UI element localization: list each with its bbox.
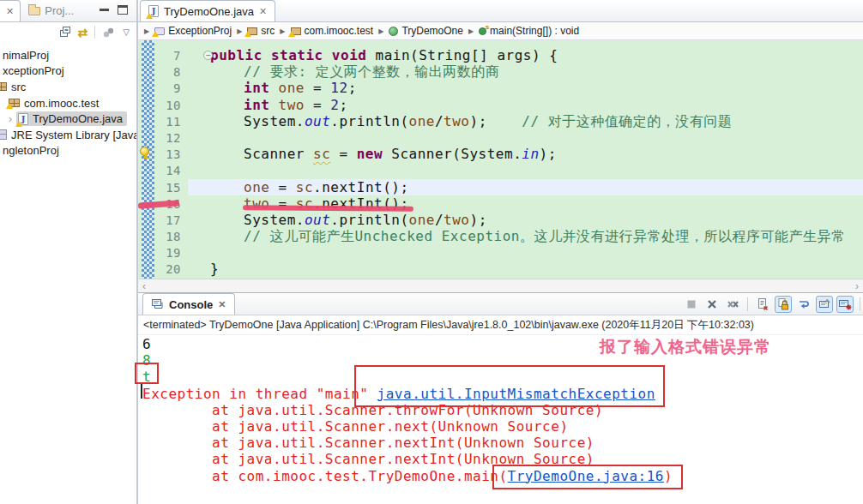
clear-console-icon[interactable] bbox=[754, 296, 771, 313]
breadcrumb-item-com-imooc-test[interactable]: com.imooc.test bbox=[291, 25, 374, 37]
code-text: int two = 2; bbox=[186, 97, 348, 113]
tree-item-label: com.imooc.test bbox=[24, 97, 99, 110]
close-icon[interactable]: ✕ bbox=[259, 7, 267, 16]
eclipse-window: ✕ Proj... ⇄ ▽ nimalProjxceptionProjsrcco… bbox=[0, 0, 863, 504]
tree-item-label: xceptionProj bbox=[3, 64, 64, 77]
line-number[interactable]: 11 bbox=[155, 114, 186, 130]
pin-console-icon[interactable] bbox=[816, 296, 833, 313]
console-line-0: 6 bbox=[142, 336, 863, 352]
console-output[interactable]: 68tException in thread "main" java.util.… bbox=[138, 336, 863, 504]
tree-item-nimalproj[interactable]: nimalProj bbox=[0, 47, 136, 63]
remove-all-terminated-icon[interactable] bbox=[724, 296, 741, 313]
line-number[interactable]: 12 bbox=[155, 130, 186, 147]
code-line-8[interactable]: 8// 要求: 定义两个整数，输出两数的商 bbox=[155, 63, 863, 80]
tree-item-inner: nimalProj bbox=[1, 48, 53, 63]
method-icon bbox=[479, 27, 486, 35]
quickfix-lightbulb-icon[interactable] bbox=[140, 147, 149, 156]
console-tabbar: Console ✕ bbox=[138, 293, 863, 315]
console-icon bbox=[151, 298, 164, 310]
console-line-8: at com.imooc.test.TryDemoOne.main(TryDem… bbox=[142, 468, 863, 484]
show-console-on-output-icon[interactable] bbox=[836, 296, 854, 313]
line-number[interactable]: 9 bbox=[155, 81, 186, 97]
word-wrap-icon[interactable] bbox=[795, 296, 812, 313]
stacktrace-link[interactable]: TryDemoOne.java:16 bbox=[508, 468, 664, 484]
line-number[interactable]: 16 bbox=[155, 196, 186, 213]
package-icon bbox=[9, 99, 20, 107]
line-number[interactable]: 13 bbox=[155, 147, 186, 163]
scroll-right-icon[interactable]: › bbox=[855, 280, 859, 292]
collapse-all-icon[interactable] bbox=[58, 26, 71, 39]
console-line-4: at java.util.Scanner.throwFor(Unknown So… bbox=[142, 402, 863, 418]
scroll-lock-icon[interactable] bbox=[775, 296, 792, 313]
tree-item-ngletonproj[interactable]: ngletonProj bbox=[0, 143, 136, 159]
code-line-20[interactable]: 20} bbox=[155, 261, 863, 277]
link-with-editor-icon[interactable]: ⇄ bbox=[78, 26, 88, 39]
console-tab[interactable]: Console ✕ bbox=[142, 293, 235, 315]
code-line-17[interactable]: 17System.out.println(one/two); bbox=[155, 212, 863, 228]
line-number[interactable]: 17 bbox=[155, 213, 186, 229]
editor-horizontal-scrollbar[interactable]: ‹ › bbox=[138, 279, 863, 292]
code-text: Scanner sc = new Scanner(System.in); bbox=[186, 146, 557, 162]
editor-tab-trydemoone[interactable]: J TryDemoOne.java ✕ bbox=[140, 0, 275, 21]
code-line-15[interactable]: 15one = sc.nextInt(); bbox=[155, 179, 863, 195]
line-number[interactable]: 8 bbox=[155, 64, 186, 81]
code-line-12[interactable]: 12 bbox=[155, 129, 863, 146]
package-explorer-tab[interactable]: ✕ bbox=[0, 0, 21, 21]
breadcrumb-label: ExceptionProj bbox=[168, 25, 232, 37]
breadcrumb-label: main(String[]) : void bbox=[490, 25, 579, 37]
terminate-icon[interactable] bbox=[683, 296, 700, 313]
line-number[interactable]: 15 bbox=[155, 180, 186, 196]
tree-item-jre-system-library-javas[interactable]: JRE System Library [JavaS bbox=[0, 127, 136, 143]
toolbar-separator bbox=[747, 297, 748, 311]
remove-launch-icon[interactable] bbox=[703, 296, 721, 313]
close-icon[interactable]: ✕ bbox=[6, 7, 14, 16]
code-line-19[interactable]: 19 bbox=[155, 244, 863, 261]
folder-icon bbox=[28, 7, 40, 15]
breadcrumb-item-src[interactable]: src bbox=[247, 25, 275, 37]
breadcrumb-item-trydemoone[interactable]: TryDemoOne bbox=[389, 25, 463, 37]
console-text: ) bbox=[664, 468, 673, 484]
console-text: 6 bbox=[142, 336, 151, 352]
project-explorer-tab[interactable]: Proj... bbox=[21, 0, 81, 21]
code-line-11[interactable]: 11System.out.println(one/two); // 对于这种值确… bbox=[155, 113, 863, 129]
line-number[interactable]: 10 bbox=[155, 98, 186, 114]
stacktrace-link[interactable]: java.util.InputMismatchException bbox=[377, 386, 655, 402]
minimize-view-icon[interactable] bbox=[100, 9, 109, 11]
console-text: 8 bbox=[142, 352, 151, 369]
tree-item-src[interactable]: src bbox=[0, 79, 136, 95]
console-text: at java.util.Scanner.next(Unknown Source… bbox=[142, 418, 569, 435]
tree-item-com-imooc-test[interactable]: com.imooc.test bbox=[0, 95, 136, 111]
line-number[interactable]: 19 bbox=[155, 245, 186, 261]
line-number[interactable]: 14 bbox=[155, 163, 186, 179]
fold-collapse-icon[interactable]: − bbox=[203, 51, 213, 60]
scroll-left-icon[interactable]: ‹ bbox=[142, 280, 146, 292]
code-line-9[interactable]: 9int one = 12; bbox=[155, 80, 863, 96]
code-line-14[interactable]: 14 bbox=[155, 162, 863, 178]
breadcrumb-arrow-icon[interactable]: ▶ bbox=[144, 27, 149, 35]
close-icon[interactable]: ✕ bbox=[218, 300, 226, 309]
code-line-10[interactable]: 10int two = 2; bbox=[155, 97, 863, 113]
breadcrumb-item-exceptionproj[interactable]: ExceptionProj bbox=[154, 25, 232, 37]
maximize-view-icon[interactable] bbox=[118, 5, 128, 15]
console-line-2: t bbox=[142, 369, 863, 385]
tree-item-trydemoone-java[interactable]: ›JTryDemoOne.java bbox=[0, 111, 136, 127]
package-icon bbox=[291, 27, 301, 35]
console-text: at java.util.Scanner.nextInt(Unknown Sou… bbox=[142, 435, 594, 451]
tree-item-xceptionproj[interactable]: xceptionProj bbox=[0, 63, 136, 80]
code-line-18[interactable]: 18// 这儿可能产生Unchecked Exception。这儿并没有进行异常… bbox=[155, 228, 863, 244]
code-line-7[interactable]: 7−public static void main(String[] args)… bbox=[155, 47, 863, 63]
tree-item-inner: src bbox=[0, 80, 30, 94]
console-tab-label: Console bbox=[169, 298, 213, 311]
line-number[interactable]: 18 bbox=[155, 229, 186, 245]
tree-item-label: JRE System Library [JavaS bbox=[11, 129, 136, 141]
line-number[interactable]: 7 bbox=[155, 48, 186, 64]
focus-view-icon[interactable] bbox=[102, 27, 116, 39]
code-line-16[interactable]: 16two = sc.nextInt(); bbox=[155, 195, 863, 212]
code-text: // 这儿可能产生Unchecked Exception。这儿并没有进行异常处理… bbox=[186, 228, 845, 244]
breadcrumb-arrow-icon: ▶ bbox=[280, 27, 285, 35]
code-editor[interactable]: 7−public static void main(String[] args)… bbox=[138, 40, 863, 279]
code-line-13[interactable]: 13Scanner sc = new Scanner(System.in); bbox=[155, 146, 863, 162]
breadcrumb-item-main-string-void[interactable]: main(String[]) : void bbox=[479, 25, 579, 37]
line-number[interactable]: 20 bbox=[155, 261, 186, 278]
view-menu-dropdown-icon[interactable]: ▽ bbox=[123, 27, 130, 37]
